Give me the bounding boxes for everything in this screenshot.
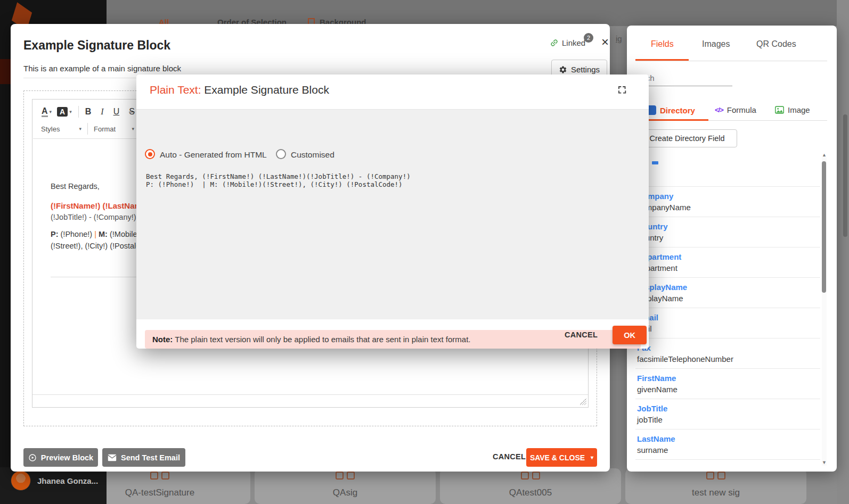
editor-toolbar-row2: Styles ▾ Format ▾: [33, 121, 144, 137]
strikethrough-button[interactable]: S: [126, 105, 137, 119]
italic-button[interactable]: I: [98, 105, 106, 119]
plain-text-line2: P: (!Phone!) | M: (!Mobile!)(!Street!), …: [146, 180, 411, 188]
card-icons: [521, 472, 540, 480]
radio-auto-generated[interactable]: [145, 149, 155, 159]
chevron-down-icon: ▾: [50, 109, 52, 114]
modal-title: Plain Text: Example Signature Block: [150, 84, 329, 96]
dialog-subtitle: This is an example of a main signature b…: [23, 64, 181, 73]
field-row-fax[interactable]: Fax facsimileTelephoneNumber: [635, 338, 820, 369]
gear-icon: [559, 65, 567, 74]
image-icon: [775, 106, 784, 114]
modal-cancel-button[interactable]: CANCEL: [565, 331, 598, 339]
partial-field-fragment: [652, 161, 658, 164]
modal-title-prefix: Plain Text:: [150, 84, 201, 96]
page-scrollbar-track[interactable]: [837, 0, 849, 504]
field-row-displayname[interactable]: DisplayName displayName: [635, 278, 820, 308]
plain-text-preview: Best Regards, (!FirstName!) (!LastName!)…: [146, 172, 411, 188]
envelope-icon: [108, 454, 117, 461]
list-scrollbar-thumb[interactable]: [822, 161, 826, 293]
chevron-down-icon: ▾: [69, 109, 72, 114]
field-row-department[interactable]: Department department: [635, 247, 820, 278]
play-circle-icon: [28, 453, 37, 462]
card-icons: [150, 472, 169, 480]
radio-customised-label[interactable]: Customised: [291, 150, 334, 160]
field-row-company[interactable]: Company companyName: [635, 187, 820, 217]
field-row-email[interactable]: Email mail: [635, 308, 820, 338]
signature-card: QAsig: [255, 468, 436, 504]
close-icon[interactable]: ×: [598, 36, 612, 49]
card-title: QAtest005: [440, 488, 621, 498]
page-scrollbar-thumb[interactable]: [843, 114, 847, 237]
editor-status-separator: [32, 394, 588, 395]
signature-greeting: Best Regards,: [51, 182, 100, 191]
font-color-button[interactable]: A ▾: [39, 105, 54, 119]
radio-customised[interactable]: [276, 149, 286, 159]
toolbar-divider: [78, 106, 79, 118]
modal-ok-button[interactable]: OK: [613, 326, 647, 344]
tab-fields[interactable]: Fields: [651, 39, 674, 49]
plain-text-modal: Plain Text: Example Signature Block Auto…: [136, 75, 649, 349]
settings-label: Settings: [571, 65, 600, 74]
create-directory-field-button[interactable]: Create Directory Field: [637, 129, 737, 147]
scroll-down-icon[interactable]: ▼: [822, 460, 827, 465]
field-list: Company companyName Country country Depa…: [635, 186, 820, 460]
dialog-title: Example Signature Block: [23, 38, 170, 53]
card-title: QAsig: [255, 488, 436, 498]
link-icon: [548, 36, 560, 49]
modal-body: Auto - Generated from HTML Customised Be…: [136, 109, 649, 319]
fields-panel: Fields Images QR Codes Directory </> For…: [627, 26, 837, 472]
bold-button[interactable]: B: [83, 105, 94, 119]
card-title: test new sig: [625, 488, 806, 498]
dialog-cancel-button[interactable]: CANCEL: [493, 452, 526, 461]
tab-images[interactable]: Images: [702, 39, 730, 49]
chevron-down-icon: ▾: [79, 126, 81, 131]
signature-title-line: (!JobTitle!) - (!Company!): [51, 213, 136, 221]
tab-qr-codes[interactable]: QR Codes: [756, 39, 796, 49]
field-row-jobtitle[interactable]: JobTitle jobTitle: [635, 399, 820, 429]
linked-label: Linked: [562, 38, 585, 47]
styles-dropdown[interactable]: Styles ▾: [39, 125, 84, 133]
avatar[interactable]: [11, 470, 31, 491]
user-name: Jhanea Gonza...: [37, 476, 98, 485]
linked-indicator[interactable]: Linked: [550, 37, 585, 48]
fullscreen-icon[interactable]: [617, 85, 627, 95]
subtab-formula[interactable]: </> Formula: [715, 105, 756, 114]
subtab-directory[interactable]: Directory: [647, 105, 695, 115]
toolbar-divider: [87, 123, 88, 135]
scroll-up-icon[interactable]: ▲: [822, 152, 827, 158]
card-icons: [706, 472, 725, 480]
field-row-lastname[interactable]: LastName surname: [635, 429, 820, 460]
format-dropdown[interactable]: Format ▾: [92, 125, 136, 133]
signature-phone-line: P: (!Phone!) | M: (!Mobile!): [51, 230, 142, 238]
resize-handle[interactable]: [579, 398, 586, 405]
editor-toolbar-row1: A ▾ A ▾ B I U S: [33, 104, 137, 120]
underline-button[interactable]: U: [111, 105, 123, 119]
active-tab-underline: [635, 59, 689, 61]
screen: All Order of Selection Background ig QA-…: [0, 0, 849, 504]
background-header: [0, 0, 849, 26]
preview-block-button[interactable]: Preview Block: [23, 448, 98, 467]
card-icons: [336, 472, 355, 480]
save-and-close-button[interactable]: SAVE & CLOSE ▾: [526, 448, 597, 467]
formula-icon: </>: [715, 106, 723, 114]
plain-text-line1: Best Regards, (!FirstName!) (!LastName!)…: [146, 172, 411, 180]
field-row-country[interactable]: Country country: [635, 217, 820, 247]
chevron-down-icon: ▾: [591, 455, 593, 460]
note-label: Note:: [152, 335, 173, 344]
background-text-fragment: ig: [616, 34, 622, 43]
chevron-down-icon: ▾: [132, 126, 134, 131]
field-row-firstname[interactable]: FirstName givenName: [635, 369, 820, 399]
highlight-color-button[interactable]: A ▾: [54, 105, 75, 119]
signature-card: test new sig: [625, 468, 806, 504]
subtab-image[interactable]: Image: [775, 105, 810, 114]
radio-auto-label[interactable]: Auto - Generated from HTML: [160, 150, 267, 160]
signature-card: QAtest005: [440, 468, 621, 504]
linked-count-badge: 2: [584, 33, 593, 43]
tabs-divider: [635, 61, 827, 61]
send-test-email-button[interactable]: Send Test Email: [102, 448, 185, 467]
